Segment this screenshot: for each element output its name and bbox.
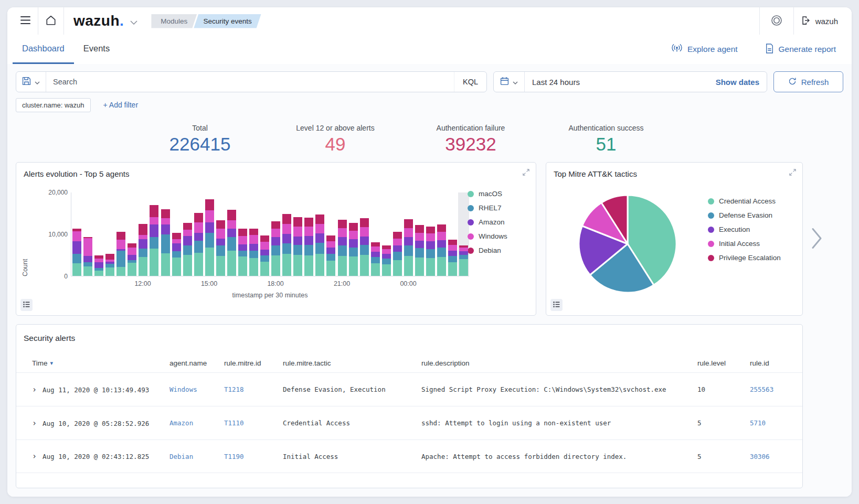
bar-segment-RHEL7[interactable] (194, 241, 203, 253)
user-menu-button[interactable]: wazuh (794, 7, 845, 35)
bar-segment-Debian[interactable] (349, 223, 358, 231)
bar-segment-Windows[interactable] (161, 218, 170, 225)
legend-item-initial-access[interactable]: Initial Access (708, 237, 781, 251)
expand-panel-button[interactable] (521, 167, 531, 179)
bar-segment-macOS[interactable] (128, 263, 136, 276)
bar-segment-Debian[interactable] (304, 218, 313, 227)
bar-segment-macOS[interactable] (238, 256, 247, 276)
carousel-next-button[interactable] (809, 226, 824, 252)
column-header-rule-description[interactable]: rule.description (421, 359, 697, 367)
bar-slot[interactable] (137, 192, 149, 276)
add-filter-button[interactable]: + Add filter (100, 100, 142, 110)
agent-name-link[interactable]: Debian (169, 453, 193, 460)
bar-segment-Windows[interactable] (227, 220, 236, 229)
bar-segment-Windows[interactable] (304, 227, 313, 236)
bar-slot[interactable] (126, 192, 137, 276)
bar-segment-Windows[interactable] (448, 245, 457, 251)
bar-segment-macOS[interactable] (150, 249, 158, 276)
bar-slot[interactable] (425, 192, 436, 276)
bar-segment-Windows[interactable] (194, 222, 203, 233)
bar-slot[interactable] (447, 192, 458, 276)
bar-segment-Debian[interactable] (315, 215, 324, 224)
bar-segment-RHEL7[interactable] (360, 245, 369, 255)
bar-slot[interactable] (171, 192, 182, 276)
bar-slot[interactable] (193, 192, 204, 276)
bar-segment-Windows[interactable] (72, 231, 81, 241)
bar-segment-Amazon[interactable] (216, 239, 225, 245)
bar-segment-RHEL7[interactable] (161, 234, 170, 253)
bar-segment-Windows[interactable] (293, 227, 302, 237)
bar-segment-macOS[interactable] (282, 254, 291, 276)
bar-segment-macOS[interactable] (393, 260, 402, 276)
generate-report-button[interactable]: Generate report (762, 43, 839, 56)
bar-segment-RHEL7[interactable] (415, 248, 424, 258)
bar-segment-RHEL7[interactable] (249, 251, 258, 258)
bar-segment-Debian[interactable] (448, 240, 457, 245)
bar-slot[interactable] (259, 192, 270, 276)
bar-segment-Debian[interactable] (105, 254, 114, 259)
bar-slot[interactable] (359, 192, 370, 276)
bar-segment-Amazon[interactable] (205, 222, 214, 233)
bar-segment-Amazon[interactable] (271, 237, 280, 245)
bar-segment-Amazon[interactable] (238, 244, 247, 251)
mitre-id-link[interactable]: T1110 (224, 419, 244, 427)
bar-segment-Amazon[interactable] (128, 255, 136, 260)
bar-segment-RHEL7[interactable] (371, 257, 380, 263)
bar-segment-Amazon[interactable] (393, 245, 402, 252)
legend-toggle-button[interactable] (550, 299, 563, 311)
bar-segment-macOS[interactable] (326, 261, 335, 276)
bar-slot[interactable] (71, 192, 82, 276)
bar-segment-Debian[interactable] (293, 217, 302, 227)
bar-segment-Amazon[interactable] (448, 251, 457, 256)
search-input[interactable]: Search KQL (16, 71, 487, 92)
agent-name-link[interactable]: Windows (169, 385, 197, 393)
bar-segment-Debian[interactable] (271, 221, 280, 229)
bar-segment-Debian[interactable] (139, 224, 147, 235)
bar-segment-Debian[interactable] (382, 245, 391, 249)
bar-segment-RHEL7[interactable] (326, 254, 335, 261)
bar-segment-Windows[interactable] (349, 231, 358, 239)
bar-segment-macOS[interactable] (360, 255, 369, 276)
bar-segment-Debian[interactable] (183, 223, 192, 230)
bar-segment-Amazon[interactable] (183, 236, 192, 245)
bar-segment-Windows[interactable] (338, 228, 347, 238)
bar-slot[interactable] (215, 192, 226, 276)
bar-segment-Windows[interactable] (360, 227, 369, 237)
bar-segment-Amazon[interactable] (161, 224, 170, 234)
bar-segment-macOS[interactable] (205, 248, 214, 276)
column-header-rule-mitre-tactic[interactable]: rule.mitre.tactic (283, 359, 421, 367)
bar-segment-Amazon[interactable] (293, 237, 302, 245)
bar-segment-RHEL7[interactable] (238, 251, 247, 256)
agent-name-link[interactable]: Amazon (169, 419, 193, 427)
bar-slot[interactable] (337, 192, 348, 276)
bar-segment-macOS[interactable] (448, 262, 457, 276)
bar-segment-macOS[interactable] (83, 266, 92, 276)
bar-segment-Debian[interactable] (249, 229, 258, 234)
bar-slot[interactable] (325, 192, 336, 276)
bar-slot[interactable] (348, 192, 359, 276)
bar-segment-RHEL7[interactable] (404, 245, 413, 255)
bar-segment-Debian[interactable] (371, 242, 380, 246)
bar-slot[interactable] (82, 192, 93, 276)
bar-segment-macOS[interactable] (415, 258, 424, 276)
bar-segment-RHEL7[interactable] (315, 243, 324, 254)
bar-segment-Amazon[interactable] (360, 237, 369, 245)
bar-segment-RHEL7[interactable] (227, 237, 236, 251)
bar-segment-macOS[interactable] (437, 257, 446, 276)
bar-segment-Amazon[interactable] (150, 224, 158, 237)
bar-slot[interactable] (182, 192, 193, 276)
bar-slot[interactable] (93, 192, 104, 276)
bar-segment-Windows[interactable] (116, 240, 125, 249)
filter-pill-cluster[interactable]: cluster.name: wazuh (16, 98, 91, 112)
bar-slot[interactable] (403, 192, 414, 276)
bar-segment-Amazon[interactable] (326, 248, 335, 253)
bar-segment-Debian[interactable] (338, 220, 347, 228)
column-header-rule-level[interactable]: rule.level (697, 359, 750, 367)
home-button[interactable] (38, 7, 63, 35)
bar-segment-RHEL7[interactable] (83, 262, 92, 266)
bar-segment-RHEL7[interactable] (426, 249, 435, 258)
bar-segment-Windows[interactable] (128, 248, 136, 255)
bar-segment-Debian[interactable] (437, 224, 446, 232)
legend-item-rhel7[interactable]: RHEL7 (468, 201, 507, 215)
bar-segment-Windows[interactable] (404, 228, 413, 238)
